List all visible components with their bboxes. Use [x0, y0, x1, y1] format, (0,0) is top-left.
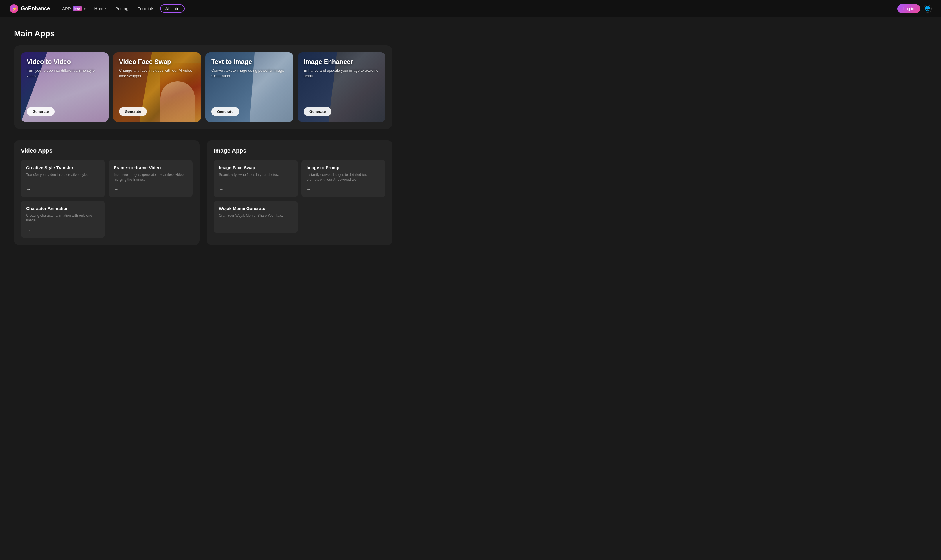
video-apps-title: Video Apps	[21, 148, 193, 154]
character-animation-arrow: →	[26, 228, 100, 233]
creative-style-desc: Transfer your video into a creative styl…	[26, 172, 100, 182]
card-character-animation[interactable]: Character Animation Creating character a…	[21, 201, 105, 238]
card-vfs-title: Video Face Swap	[119, 58, 195, 66]
card-image-to-prompt[interactable]: Image to Prompt Instantly convert images…	[301, 160, 385, 197]
image-to-prompt-title: Image to Prompt	[306, 165, 380, 170]
globe-icon[interactable]: 🌐	[924, 5, 932, 13]
card-video-to-video[interactable]: Video to Video Turn your video into diff…	[21, 52, 109, 122]
image-apps-section: Image Apps Image Face Swap Seamlessly sw…	[207, 140, 393, 245]
image-face-swap-desc: Seamlessly swap faces in your photos.	[219, 172, 293, 182]
card-ie-title: Image Enhancer	[303, 58, 380, 66]
card-t2i-content: Text to Image Convert text to image usin…	[205, 52, 293, 122]
card-v2v-desc: Turn your video into different anime sty…	[27, 68, 103, 78]
card-video-face-swap[interactable]: Video Face Swap Change any face in video…	[113, 52, 201, 122]
nav-pricing[interactable]: Pricing	[112, 5, 132, 13]
frame-to-frame-arrow: →	[114, 187, 188, 192]
logo[interactable]: ⚡ GoEnhance	[9, 4, 50, 13]
generate-ie-button[interactable]: Generate	[303, 107, 331, 116]
nav-links: APP New ▾ Home Pricing Tutorials Affilia…	[59, 5, 888, 13]
card-text-to-image[interactable]: Text to Image Convert text to image usin…	[205, 52, 293, 122]
new-badge: New	[72, 6, 82, 11]
card-t2i-text: Text to Image Convert text to image usin…	[211, 58, 287, 78]
nav-home[interactable]: Home	[91, 5, 109, 13]
nav-app-button[interactable]: APP New ▾	[59, 5, 89, 13]
card-ie-desc: Enhance and upscale your image to extrem…	[303, 68, 380, 78]
main-apps-grid: Video to Video Turn your video into diff…	[21, 52, 385, 122]
frame-to-frame-desc: Input two images, generate a seamless vi…	[114, 172, 188, 182]
chevron-down-icon: ▾	[84, 7, 86, 11]
card-ie-text: Image Enhancer Enhance and upscale your …	[303, 58, 380, 78]
nav-right: Log in 🌐	[898, 4, 932, 13]
card-vfs-text: Video Face Swap Change any face in video…	[119, 58, 195, 78]
card-v2v-title: Video to Video	[27, 58, 103, 66]
generate-v2v-button[interactable]: Generate	[27, 107, 55, 116]
frame-to-frame-title: Frame–to–frame Video	[114, 165, 188, 170]
image-face-swap-title: Image Face Swap	[219, 165, 293, 170]
card-vfs-content: Video Face Swap Change any face in video…	[113, 52, 201, 122]
wojak-meme-arrow: →	[219, 223, 293, 228]
character-animation-desc: Creating character animation with only o…	[26, 213, 100, 223]
card-image-face-swap[interactable]: Image Face Swap Seamlessly swap faces in…	[214, 160, 298, 197]
navbar: ⚡ GoEnhance APP New ▾ Home Pricing Tutor…	[0, 0, 941, 17]
image-apps-grid: Image Face Swap Seamlessly swap faces in…	[214, 160, 385, 233]
wojak-meme-desc: Craft Your Wojak Meme, Share Your Tale.	[219, 213, 293, 218]
image-to-prompt-desc: Instantly convert images to detailed tex…	[306, 172, 380, 182]
video-apps-section: Video Apps Creative Style Transfer Trans…	[14, 140, 200, 245]
card-frame-to-frame[interactable]: Frame–to–frame Video Input two images, g…	[109, 160, 193, 197]
creative-style-title: Creative Style Transfer	[26, 165, 100, 170]
image-to-prompt-arrow: →	[306, 187, 380, 192]
video-apps-grid: Creative Style Transfer Transfer your vi…	[21, 160, 193, 238]
image-apps-title: Image Apps	[214, 148, 385, 154]
card-v2v-content: Video to Video Turn your video into diff…	[21, 52, 109, 122]
card-t2i-desc: Convert text to image using powerful Ima…	[211, 68, 287, 78]
main-content: Main Apps Video to Video Turn your video…	[0, 17, 407, 257]
card-ie-content: Image Enhancer Enhance and upscale your …	[298, 52, 385, 122]
card-creative-style-transfer[interactable]: Creative Style Transfer Transfer your vi…	[21, 160, 105, 197]
login-button[interactable]: Log in	[898, 4, 920, 13]
card-t2i-title: Text to Image	[211, 58, 287, 66]
card-image-enhancer[interactable]: Image Enhancer Enhance and upscale your …	[298, 52, 385, 122]
card-wojak-meme[interactable]: Wojak Meme Generator Craft Your Wojak Me…	[214, 201, 298, 233]
wojak-meme-title: Wojak Meme Generator	[219, 206, 293, 211]
card-vfs-desc: Change any face in videos with our AI vi…	[119, 68, 195, 78]
nav-affiliate[interactable]: Affiliate	[160, 5, 185, 13]
generate-t2i-button[interactable]: Generate	[211, 107, 239, 116]
image-face-swap-arrow: →	[219, 187, 293, 192]
secondary-grid: Video Apps Creative Style Transfer Trans…	[14, 140, 393, 245]
creative-style-arrow: →	[26, 187, 100, 192]
main-apps-title: Main Apps	[14, 29, 393, 38]
character-animation-title: Character Animation	[26, 206, 100, 211]
card-v2v-text: Video to Video Turn your video into diff…	[27, 58, 103, 78]
nav-tutorials[interactable]: Tutorials	[134, 5, 158, 13]
main-apps-container: Video to Video Turn your video into diff…	[14, 45, 393, 129]
generate-vfs-button[interactable]: Generate	[119, 107, 147, 116]
svg-text:⚡: ⚡	[12, 6, 17, 12]
